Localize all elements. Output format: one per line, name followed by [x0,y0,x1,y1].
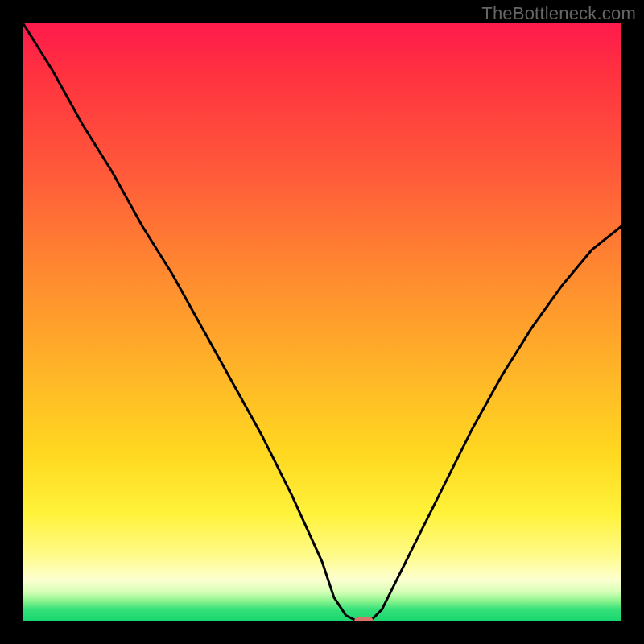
curve-line [23,23,621,621]
watermark-text: TheBottleneck.com [481,3,636,24]
plot-area [23,23,621,621]
chart-frame: TheBottleneck.com [0,0,644,644]
optimal-marker [354,617,374,622]
bottleneck-curve [23,23,621,621]
